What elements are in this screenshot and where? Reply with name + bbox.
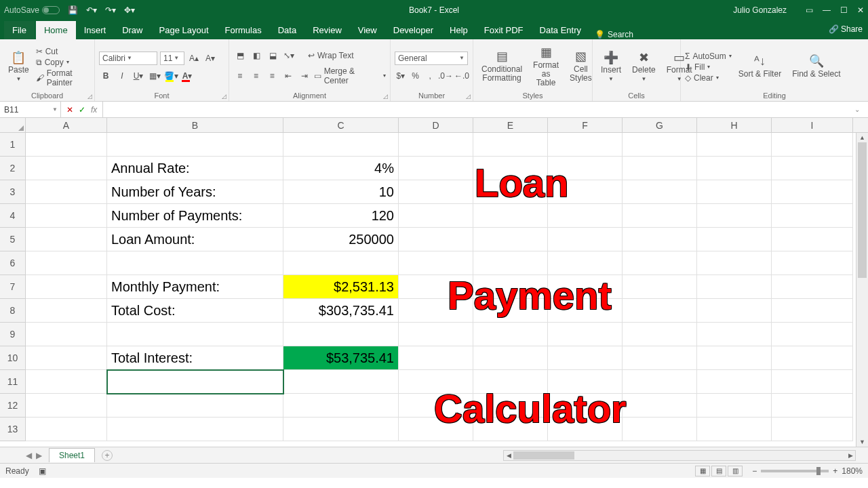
- touch-icon[interactable]: ✥▾: [124, 5, 135, 15]
- cell-I12[interactable]: [772, 394, 853, 418]
- cell-D10[interactable]: [399, 346, 473, 370]
- cell-F6[interactable]: [548, 251, 623, 275]
- tab-data-entry[interactable]: Data Entry: [532, 21, 589, 39]
- cell-E5[interactable]: [473, 228, 548, 251]
- column-header-C[interactable]: C: [283, 118, 399, 132]
- cell-F1[interactable]: [548, 133, 623, 157]
- cancel-formula-icon[interactable]: ✕: [66, 105, 73, 115]
- fill-button[interactable]: ⬇Fill▾: [685, 62, 732, 72]
- cell-C9[interactable]: [283, 323, 399, 346]
- cell-G6[interactable]: [623, 251, 697, 275]
- delete-cells-button[interactable]: ✖Delete▼: [628, 50, 660, 84]
- row-header-6[interactable]: 6: [0, 251, 26, 275]
- cell-H13[interactable]: [697, 418, 772, 441]
- row-header-13[interactable]: 13: [0, 418, 26, 441]
- row-header-10[interactable]: 10: [0, 346, 26, 370]
- sort-filter-button[interactable]: ᴬ↓Sort & Filter: [734, 54, 785, 80]
- cell-A4[interactable]: [26, 204, 107, 228]
- cell-C5[interactable]: 250000: [283, 228, 399, 251]
- cell-C7[interactable]: $2,531.13: [283, 275, 399, 299]
- row-header-8[interactable]: 8: [0, 299, 26, 323]
- scroll-thumb[interactable]: [858, 142, 867, 278]
- cell-C11[interactable]: [283, 370, 399, 394]
- cell-C1[interactable]: [283, 133, 399, 157]
- paste-button[interactable]: 📋Paste▼: [4, 50, 33, 84]
- row-header-5[interactable]: 5: [0, 228, 26, 251]
- cell-A5[interactable]: [26, 228, 107, 251]
- increase-font-icon[interactable]: A▴: [187, 52, 201, 65]
- tab-help[interactable]: Help: [441, 21, 476, 39]
- redo-icon[interactable]: ↷▾: [105, 5, 116, 15]
- cell-G13[interactable]: [623, 418, 697, 441]
- cell-F12[interactable]: [548, 394, 623, 418]
- cell-E12[interactable]: [473, 394, 548, 418]
- align-right-icon[interactable]: ≡: [265, 69, 279, 83]
- cell-F13[interactable]: [548, 418, 623, 441]
- tab-home[interactable]: Home: [36, 21, 76, 39]
- cell-I11[interactable]: [772, 370, 853, 394]
- cell-E10[interactable]: [473, 346, 548, 370]
- cell-F11[interactable]: [548, 370, 623, 394]
- autosum-button[interactable]: ΣAutoSum▾: [685, 52, 732, 61]
- accounting-icon[interactable]: $▾: [395, 69, 407, 83]
- copy-button[interactable]: ⧉Copy▾: [36, 58, 90, 67]
- cell-A10[interactable]: [26, 346, 107, 370]
- vertical-scrollbar[interactable]: ▲ ▼: [856, 133, 868, 447]
- cell-H9[interactable]: [697, 323, 772, 346]
- expand-formula-icon[interactable]: ⌄: [854, 106, 864, 113]
- cell-B12[interactable]: [107, 394, 283, 418]
- column-header-F[interactable]: F: [548, 118, 623, 132]
- conditional-formatting-button[interactable]: ▤Conditional Formatting: [477, 49, 526, 84]
- cell-I4[interactable]: [772, 204, 853, 228]
- macro-record-icon[interactable]: ▣: [39, 466, 46, 476]
- cell-B4[interactable]: Number of Payments:: [107, 204, 283, 228]
- cell-H10[interactable]: [697, 346, 772, 370]
- zoom-in-icon[interactable]: +: [833, 466, 837, 476]
- sheet-tab-sheet1[interactable]: Sheet1: [49, 448, 95, 462]
- insert-cells-button[interactable]: ➕Insert▼: [597, 50, 625, 84]
- cell-I2[interactable]: [772, 157, 853, 180]
- cell-A7[interactable]: [26, 275, 107, 299]
- column-header-H[interactable]: H: [697, 118, 772, 132]
- align-left-icon[interactable]: ≡: [233, 69, 247, 83]
- cell-D12[interactable]: [399, 394, 473, 418]
- worksheet[interactable]: ABCDEFGHI 12Annual Rate:4%3Number of Yea…: [0, 118, 868, 447]
- number-format-select[interactable]: General▼: [395, 52, 468, 65]
- cell-B11[interactable]: [107, 370, 283, 394]
- cell-F3[interactable]: [548, 180, 623, 204]
- cell-A6[interactable]: [26, 251, 107, 275]
- cell-H3[interactable]: [697, 180, 772, 204]
- cell-B1[interactable]: [107, 133, 283, 157]
- cell-E13[interactable]: [473, 418, 548, 441]
- cell-I8[interactable]: [772, 299, 853, 323]
- user-name[interactable]: Julio Gonzalez: [733, 5, 787, 15]
- cell-G5[interactable]: [623, 228, 697, 251]
- align-top-icon[interactable]: ⬒: [233, 49, 247, 62]
- orientation-icon[interactable]: ⤡▾: [282, 49, 296, 62]
- cell-D5[interactable]: [399, 228, 473, 251]
- cell-B10[interactable]: Total Interest:: [107, 346, 283, 370]
- decrease-decimal-icon[interactable]: ←.0: [455, 69, 469, 83]
- cell-G8[interactable]: [623, 299, 697, 323]
- maximize-icon[interactable]: ☐: [840, 5, 848, 15]
- cell-I6[interactable]: [772, 251, 853, 275]
- zoom-level[interactable]: 180%: [842, 466, 863, 476]
- cell-H6[interactable]: [697, 251, 772, 275]
- cell-B3[interactable]: Number of Years:: [107, 180, 283, 204]
- font-name-select[interactable]: Calibri▼: [99, 52, 157, 65]
- autosave-toggle[interactable]: AutoSave: [4, 5, 60, 15]
- cell-C13[interactable]: [283, 418, 399, 441]
- tab-page-layout[interactable]: Page Layout: [151, 21, 217, 39]
- zoom-out-icon[interactable]: −: [752, 466, 757, 476]
- cell-G1[interactable]: [623, 133, 697, 157]
- dialog-launcher-icon[interactable]: ◿: [222, 93, 226, 100]
- cell-G9[interactable]: [623, 323, 697, 346]
- scroll-down-icon[interactable]: ▼: [856, 437, 868, 447]
- cell-G10[interactable]: [623, 346, 697, 370]
- cell-F4[interactable]: [548, 204, 623, 228]
- cell-C6[interactable]: [283, 251, 399, 275]
- increase-indent-icon[interactable]: ⇥: [298, 69, 311, 83]
- decrease-font-icon[interactable]: A▾: [203, 52, 217, 65]
- clear-button[interactable]: ◇Clear▾: [685, 73, 732, 83]
- cell-C3[interactable]: 10: [283, 180, 399, 204]
